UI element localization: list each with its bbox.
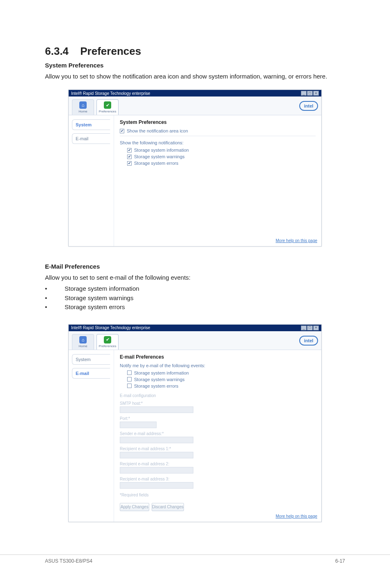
tab-preferences-label: Preferences [99,344,116,348]
port-input[interactable] [120,422,157,428]
recipient3-input[interactable] [120,482,193,489]
intel-logo-text: intel [304,103,314,108]
checkbox-email-info[interactable] [127,370,132,375]
minimize-icon[interactable]: _ [301,91,307,96]
list-item: Storage system errors [45,303,345,312]
sidebar-item-system[interactable]: System [72,354,110,365]
top-tabbar: ⌂ Home ✔ Preferences intel [69,331,321,350]
tab-home[interactable]: ⌂ Home [72,99,94,115]
required-fields-label: *Required fields [120,493,316,497]
system-preferences-subhead: System Preferences [45,62,345,69]
intel-logo-text: intel [304,338,314,343]
preferences-sidebar: System E-mail [69,115,114,246]
tab-preferences[interactable]: ✔ Preferences [96,99,119,115]
footer-left: ASUS TS300-E8/PS4 [45,558,92,564]
notify-label: Notify me by e-mail of the following eve… [120,363,205,368]
sidebar-item-system[interactable]: System [72,119,110,130]
apply-changes-button[interactable]: Apply Changes [120,503,149,511]
minimize-icon[interactable]: _ [301,325,307,330]
checkbox-label: Storage system warnings [134,377,185,382]
more-help-link[interactable]: More help on this page [276,238,317,243]
list-item: Storage system warnings [45,294,345,303]
recipient1-input[interactable] [120,452,193,458]
footer-right: 6-17 [335,558,345,564]
recipient2-label: Recipient e-mail address 2: [120,462,316,466]
subhead-label: Show the following notifications: [120,140,184,145]
checkbox-email-err[interactable] [127,384,132,388]
window-title: Intel® Rapid Storage Technology enterpri… [71,91,150,96]
checkbox-sys-err[interactable]: ✔ [127,161,132,166]
intel-logo: intel [299,336,318,346]
window-titlebar[interactable]: Intel® Rapid Storage Technology enterpri… [69,90,321,97]
checkbox-label: Show the notification area icon [127,128,188,133]
divider [120,136,316,136]
maximize-icon[interactable]: □ [307,91,313,96]
section-number: 6.3.4 [45,45,69,58]
tab-home[interactable]: ⌂ Home [72,334,94,350]
tab-preferences[interactable]: ✔ Preferences [96,334,119,350]
email-preferences-paragraph: Allow you to set to sent e-mail of the f… [45,273,345,282]
sidebar-item-label: E-mail [76,371,89,376]
checkbox-label: Storage system errors [134,384,178,388]
check-icon: ✔ [104,101,111,109]
checkbox-label: Storage system warnings [134,154,185,159]
checkbox-label: Storage system errors [134,161,178,166]
email-events-list: Storage system information Storage syste… [45,284,345,312]
top-tabbar: ⌂ Home ✔ Preferences intel [69,97,321,115]
panel-title: E-mail Preferences [120,354,316,360]
checkbox-label: Storage system information [134,370,189,375]
sender-input[interactable] [120,437,193,443]
window-titlebar[interactable]: Intel® Rapid Storage Technology enterpri… [69,325,321,331]
maximize-icon[interactable]: □ [307,325,313,330]
preferences-sidebar: System E-mail [69,350,114,522]
recipient1-label: Recipient e-mail address 1:* [120,447,316,451]
page-footer: ASUS TS300-E8/PS4 6-17 [0,554,390,564]
system-preferences-window: Intel® Rapid Storage Technology enterpri… [68,90,322,247]
window-title: Intel® Rapid Storage Technology enterpri… [71,325,150,330]
close-icon[interactable]: × [313,91,319,96]
checkbox-sys-info[interactable]: ✔ [127,148,132,153]
more-help-label: More help on this page [276,514,317,518]
close-icon[interactable]: × [313,325,319,330]
intel-logo: intel [299,101,318,111]
section-title: Preferences [80,45,141,58]
email-preferences-subhead: E-Mail Preferences [45,263,345,270]
system-preferences-paragraph: Allow you to set to show the notificatio… [45,72,345,81]
section-header: 6.3.4 Preferences [45,45,345,58]
check-icon: ✔ [104,336,111,343]
sidebar-item-email[interactable]: E-mail [72,368,110,379]
button-label: Discard Changes [152,505,184,509]
sidebar-item-label: E-mail [76,136,88,141]
checkbox-email-warn[interactable] [127,377,132,382]
window-buttons: _ □ × [301,325,319,330]
checkbox-show-icon[interactable]: ✔ [120,129,124,133]
more-help-label: More help on this page [276,238,317,243]
recipient2-input[interactable] [120,467,193,474]
list-item: Storage system information [45,284,345,294]
sidebar-item-label: System [76,357,91,362]
checkbox-label: Storage system information [134,148,189,153]
tab-preferences-label: Preferences [99,110,116,113]
smtp-input[interactable] [120,406,193,413]
email-preferences-window: Intel® Rapid Storage Technology enterpri… [68,324,322,522]
sidebar-item-label: System [76,122,92,127]
email-config-head: E-mail configuration [120,393,316,398]
panel-title: System Preferences [120,119,316,125]
smtp-label: SMTP host:* [120,401,316,406]
checkbox-sys-warn[interactable]: ✔ [127,155,132,159]
tab-home-label: Home [78,344,87,348]
port-label: Port:* [120,416,316,421]
sidebar-item-email[interactable]: E-mail [72,133,110,144]
home-icon: ⌂ [79,336,87,343]
button-label: Apply Changes [121,505,148,509]
discard-changes-button[interactable]: Discard Changes [152,503,184,511]
recipient3-label: Recipient e-mail address 3: [120,477,316,481]
tab-home-label: Home [78,110,87,113]
sender-label: Sender e-mail address:* [120,431,316,436]
system-preferences-panel: System Preferences ✔Show the notificatio… [114,115,321,246]
more-help-link[interactable]: More help on this page [276,514,317,518]
window-buttons: _ □ × [301,91,319,96]
email-preferences-panel: E-mail Preferences Notify me by e-mail o… [114,350,321,522]
home-icon: ⌂ [79,101,87,109]
